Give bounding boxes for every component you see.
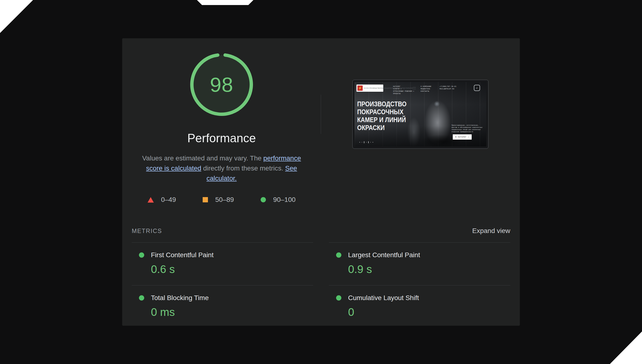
site-contacts: +7(800)707-30-01 MAIL@NPOLKP.RU — [440, 85, 456, 90]
performance-score-gauge: 98 — [190, 53, 253, 116]
decorative-white-shape-top-center — [197, 0, 254, 5]
metric-name: Largest Contentful Paint — [348, 251, 420, 259]
cta-label: В КАТАЛОГ — [456, 136, 467, 138]
phone-number: +7(800)707-30-01 — [440, 85, 456, 88]
page: { "colors": { "background": "#0e0e0f", "… — [0, 0, 642, 364]
metric-name: Cumulative Layout Shift — [348, 294, 419, 302]
catalog-cta-button: В КАТАЛОГ → — [453, 134, 472, 140]
metric-largest-contentful-paint: Largest Contentful Paint 0.9 s — [329, 242, 510, 285]
description-text: Values are estimated and may vary. The — [142, 154, 264, 162]
site-logo: ⚡ НАУЧНО-ПРОИЗВОДСТВЕННОЕ ОБЪЕДИНЕНИЕ ЛА… — [356, 84, 383, 92]
score-scale-legend: 0–49 50–89 90–100 — [122, 196, 321, 204]
score-description: Values are estimated and may vary. The p… — [138, 153, 306, 184]
carousel-dot — [370, 142, 371, 143]
heading-line: ОКРАСКИ — [357, 124, 406, 132]
carousel-dot — [362, 142, 362, 143]
hero-heading: ПРОИЗВОДСТВО ПОКРАСОЧНЫХ КАМЕР И ЛИНИЙ О… — [357, 100, 406, 132]
site-nav-primary: КАТАЛОГ УСЛУГИ + ОТРАСЛЕВЫЕ РЕШЕНИЯ + ПР… — [393, 85, 414, 95]
pass-dot-icon — [139, 252, 144, 258]
nav-item: КОНТАКТЫ — [421, 90, 431, 92]
nav-item: О КОМПАНИИ — [421, 85, 431, 88]
decorative-white-triangle-top-left — [0, 0, 33, 33]
carousel-dot — [372, 142, 373, 143]
legend-item-fail: 0–49 — [148, 196, 176, 204]
section-divider — [321, 94, 321, 134]
email-address: MAIL@NPOLKP.RU — [440, 88, 456, 90]
website-screenshot: ⚡ НАУЧНО-ПРОИЗВОДСТВЕННОЕ ОБЪЕДИНЕНИЕ ЛА… — [354, 82, 486, 146]
heading-line: ПОКРАСОЧНЫХ — [357, 108, 406, 116]
carousel-controls — [359, 141, 373, 143]
metric-value: 0.9 s — [348, 263, 510, 276]
legend-label: 90–100 — [273, 196, 295, 204]
expand-view-link[interactable]: Expand view — [472, 227, 510, 235]
nav-item: ОТРАСЛЕВЫЕ РЕШЕНИЯ + — [393, 90, 414, 92]
description-text: directly from these metrics. — [201, 164, 285, 172]
metric-total-blocking-time: Total Blocking Time 0 ms — [132, 285, 313, 328]
carousel-bar — [364, 141, 364, 143]
site-nav-secondary: О КОМПАНИИ МЕДИАТЕКА КОНТАКТЫ — [421, 85, 431, 92]
score-column: 98 Performance Values are estimated and … — [122, 53, 321, 204]
legend-label: 50–89 — [215, 196, 234, 204]
legend-label: 0–49 — [161, 196, 176, 204]
legend-item-pass: 90–100 — [261, 196, 295, 204]
heading-line: КАМЕР И ЛИНИЙ — [357, 116, 406, 124]
metric-name: Total Blocking Time — [151, 294, 209, 302]
metric-value: 0.6 s — [151, 263, 313, 276]
arrow-right-icon: → — [468, 136, 469, 138]
lighthouse-performance-card: 98 Performance Values are estimated and … — [122, 38, 520, 326]
pass-dot-icon — [336, 252, 341, 258]
site-header: ⚡ НАУЧНО-ПРОИЗВОДСТВЕННОЕ ОБЪЕДИНЕНИЕ ЛА… — [354, 82, 486, 92]
average-square-icon — [203, 197, 208, 202]
page-screenshot-thumbnail: ⚡ НАУЧНО-ПРОИЗВОДСТВЕННОЕ ОБЪЕДИНЕНИЕ ЛА… — [352, 80, 488, 149]
pass-circle-icon — [261, 197, 266, 202]
search-icon: ⌕ — [474, 85, 480, 91]
nav-item: ПРОЕКТЫ — [393, 92, 414, 95]
hero-paragraph: Проектирование, изготовление, монтаж и о… — [452, 124, 483, 133]
logo-emblem-icon: ⚡ — [358, 86, 363, 91]
score-section: 98 Performance Values are estimated and … — [122, 38, 520, 204]
metric-first-contentful-paint: First Contentful Paint 0.6 s — [132, 242, 313, 285]
pass-dot-icon — [139, 295, 144, 300]
decorative-white-triangle-bottom-right — [610, 332, 642, 364]
nav-item: КАТАЛОГ — [393, 85, 414, 88]
metric-value: 0 — [348, 306, 510, 318]
fail-triangle-icon — [148, 197, 154, 202]
nav-item: МЕДИАТЕКА — [421, 88, 431, 90]
pass-dot-icon — [336, 295, 341, 300]
performance-title: Performance — [122, 131, 321, 145]
metric-name: First Contentful Paint — [151, 251, 214, 259]
carousel-dot — [359, 142, 360, 143]
metric-cumulative-layout-shift: Cumulative Layout Shift 0 — [329, 285, 510, 328]
score-value: 98 — [190, 53, 253, 116]
metric-value: 0 ms — [151, 306, 313, 318]
metrics-title: METRICS — [132, 228, 162, 234]
legend-item-average: 50–89 — [203, 196, 234, 204]
heading-line: ПРОИЗВОДСТВО — [357, 100, 406, 108]
metrics-header: METRICS Expand view — [132, 227, 510, 235]
carousel-dot — [366, 142, 367, 143]
carousel-bar — [368, 141, 369, 143]
screenshot-column: ⚡ НАУЧНО-ПРОИЗВОДСТВЕННОЕ ОБЪЕДИНЕНИЕ ЛА… — [321, 53, 520, 204]
metrics-grid: First Contentful Paint 0.6 s Largest Con… — [132, 242, 510, 328]
nav-item: УСЛУГИ + — [393, 88, 414, 90]
